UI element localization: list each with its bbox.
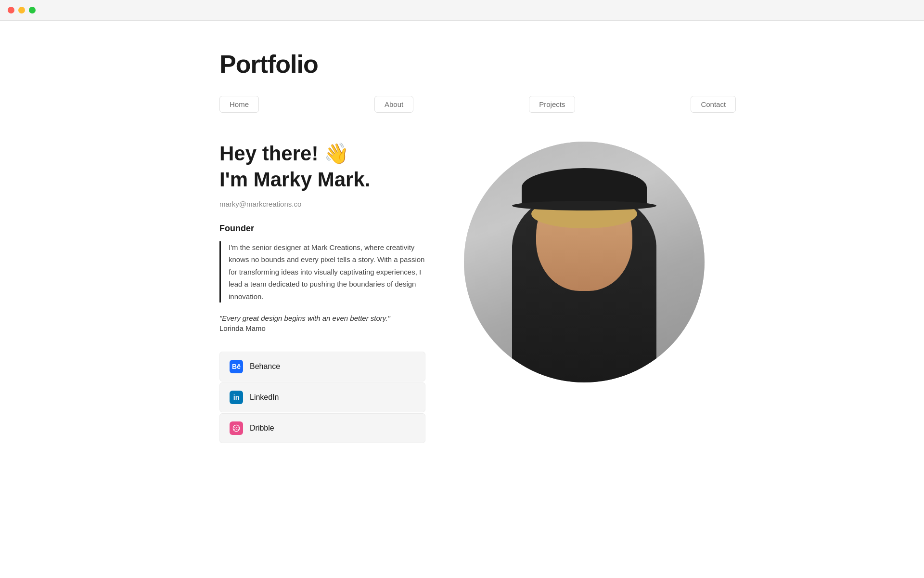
dribble-label: Dribble xyxy=(250,424,274,433)
nav-item-projects[interactable]: Projects xyxy=(529,96,575,113)
greeting-line: Hey there! 👋 xyxy=(219,142,425,166)
behance-link[interactable]: Bē Behance xyxy=(219,352,425,381)
dribble-icon xyxy=(230,421,243,435)
dribble-svg xyxy=(232,424,240,432)
bio-text: I'm the senior designer at Mark Creation… xyxy=(229,241,425,303)
dribble-link[interactable]: Dribble xyxy=(219,413,425,443)
quote-text: "Every great design begins with an even … xyxy=(219,314,425,322)
titlebar xyxy=(0,0,924,21)
body-layout: Hey there! 👋 I'm Marky Mark. marky@markc… xyxy=(219,142,705,443)
linkedin-link[interactable]: in LinkedIn xyxy=(219,382,425,412)
role-title: Founder xyxy=(219,223,425,234)
page-title: Portfolio xyxy=(219,50,705,79)
quote-author: Lorinda Mamo xyxy=(219,324,425,332)
close-button[interactable] xyxy=(8,7,14,13)
profile-image xyxy=(464,142,705,382)
right-column xyxy=(464,142,705,382)
photo-simulation xyxy=(464,142,705,382)
linkedin-icon: in xyxy=(230,391,243,404)
behance-icon: Bē xyxy=(230,360,243,373)
behance-label: Behance xyxy=(250,362,280,371)
main-content: Portfolio Home About Projects Contact He… xyxy=(173,21,751,472)
nav-item-about[interactable]: About xyxy=(374,96,413,113)
maximize-button[interactable] xyxy=(29,7,36,13)
name-line: I'm Marky Mark. xyxy=(219,168,425,192)
quote-block: "Every great design begins with an even … xyxy=(219,314,425,332)
greeting-text: Hey there! 👋 xyxy=(219,142,349,165)
social-links: Bē Behance in LinkedIn xyxy=(219,352,425,443)
navigation: Home About Projects Contact xyxy=(219,96,705,113)
behance-icon-text: Bē xyxy=(232,363,241,370)
linkedin-label: LinkedIn xyxy=(250,393,279,402)
svg-point-0 xyxy=(233,425,239,432)
nav-item-home[interactable]: Home xyxy=(219,96,259,113)
left-column: Hey there! 👋 I'm Marky Mark. marky@markc… xyxy=(219,142,425,443)
linkedin-icon-text: in xyxy=(233,394,239,401)
minimize-button[interactable] xyxy=(18,7,25,13)
nav-item-contact[interactable]: Contact xyxy=(691,96,736,113)
hat-decoration xyxy=(522,168,647,207)
bio-block: I'm the senior designer at Mark Creation… xyxy=(219,241,425,303)
email-address: marky@markcreations.co xyxy=(219,200,425,208)
